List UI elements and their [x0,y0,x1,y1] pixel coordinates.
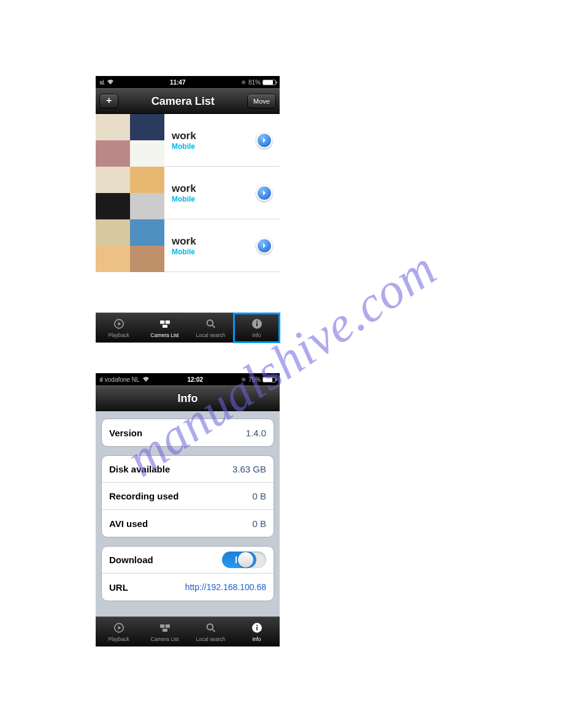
disclosure-icon[interactable] [256,238,272,254]
status-time: 12:02 [152,376,239,383]
tab-label: Local search [196,332,225,338]
settings-row: Version1.4.0 [102,419,274,446]
battery-icon [262,80,276,85]
screenshot-info: ııl vodafone NL 12:02 ✱ 75% Info Version… [96,373,280,646]
bluetooth-icon: ✱ [241,79,246,86]
battery-icon [262,377,276,382]
settings-group: Version1.4.0 [101,419,274,447]
svg-point-4 [207,320,213,326]
tab-bar: PlaybackCamera ListLocal searchInfo [96,313,280,343]
search-icon [204,622,218,635]
playback-icon [112,622,126,635]
nav-title: Info [99,392,276,405]
info-content: Version1.4.0Disk available3.63 GBRecordi… [96,411,280,646]
svg-rect-10 [165,624,169,628]
wifi-icon [107,79,114,85]
svg-point-7 [256,320,257,322]
screenshot-camera-list: ıııl. 11:47 ✱ 81% + Camera List Move wor… [96,76,280,343]
svg-rect-6 [256,322,258,326]
svg-rect-1 [160,320,164,324]
camera-name: work [172,183,256,195]
camera-list: workMobileworkMobileworkMobile [96,114,280,272]
download-toggle[interactable] [222,552,266,568]
row-value: 0 B [252,518,266,529]
settings-row: Disk available3.63 GB [102,456,274,483]
camera-list-icon [158,318,172,331]
tab-camera-list[interactable]: Camera List [142,617,188,646]
settings-row: Download [102,547,274,574]
settings-row: URLhttp://192.168.100.68 [102,574,274,601]
tab-camera-list[interactable]: Camera List [142,313,188,343]
svg-rect-2 [165,320,169,324]
row-value: 3.63 GB [232,464,266,474]
tab-info[interactable]: Info [234,617,280,646]
bluetooth-icon: ✱ [241,376,246,383]
move-button[interactable]: Move [247,94,276,108]
battery-indicator: 75% [248,376,276,383]
add-button[interactable]: + [99,94,118,108]
signal-icon: ııl [99,376,102,383]
camera-item[interactable]: workMobile [96,114,280,167]
camera-thumb [96,167,164,219]
tab-local-search[interactable]: Local search [188,617,234,646]
row-key: URL [109,582,185,593]
camera-thumb [96,219,164,272]
camera-subtitle: Mobile [172,195,256,203]
tab-playback[interactable]: Playback [96,313,142,343]
search-icon [204,318,218,331]
row-value: 0 B [252,491,266,501]
url-link[interactable]: http://192.168.100.68 [185,582,266,592]
tab-label: Playback [108,636,129,642]
svg-point-15 [256,624,257,626]
camera-item[interactable]: workMobile [96,219,280,272]
svg-rect-14 [256,626,258,630]
row-key: Version [109,428,246,438]
disclosure-icon[interactable] [256,185,272,201]
tab-label: Info [252,636,261,642]
svg-rect-11 [163,629,167,632]
tab-label: Camera List [151,636,179,642]
row-key: AVI used [109,518,252,529]
row-key: Disk available [109,464,232,474]
tab-info[interactable]: Info [234,313,280,343]
svg-rect-3 [163,325,167,328]
info-icon [250,318,264,331]
settings-row: AVI used0 B [102,510,274,537]
playback-icon [112,318,126,331]
camera-subtitle: Mobile [172,142,256,151]
wifi-icon [142,376,150,382]
svg-rect-9 [160,624,164,628]
settings-group: Disk available3.63 GBRecording used0 BAV… [101,455,274,537]
signal-icon: ıııl. [99,79,104,86]
nav-bar: Info [96,385,280,411]
info-icon [250,622,264,635]
nav-bar: + Camera List Move [96,88,280,114]
carrier-label: vodafone NL [105,376,140,383]
camera-item[interactable]: workMobile [96,167,280,219]
status-bar: ıııl. 11:47 ✱ 81% [96,76,280,88]
camera-name: work [172,130,256,142]
battery-indicator: 81% [248,79,276,86]
camera-list-icon [158,622,172,635]
svg-point-12 [207,624,213,629]
tab-label: Playback [108,332,129,338]
tab-bar: PlaybackCamera ListLocal searchInfo [96,616,280,646]
settings-group: DownloadURLhttp://192.168.100.68 [101,546,274,601]
tab-label: Info [252,332,261,338]
camera-thumb [96,114,164,167]
tab-label: Camera List [151,332,179,338]
row-key: Download [109,555,222,565]
tab-playback[interactable]: Playback [96,617,142,646]
row-key: Recording used [109,491,252,501]
nav-title: Camera List [118,95,247,108]
settings-row: Recording used0 B [102,483,274,510]
camera-name: work [172,235,256,248]
tab-label: Local search [196,636,225,642]
status-bar: ııl vodafone NL 12:02 ✱ 75% [96,373,280,385]
disclosure-icon[interactable] [256,132,272,148]
camera-subtitle: Mobile [172,248,256,256]
row-value: 1.4.0 [246,428,266,438]
status-time: 11:47 [117,79,239,86]
tab-local-search[interactable]: Local search [188,313,234,343]
